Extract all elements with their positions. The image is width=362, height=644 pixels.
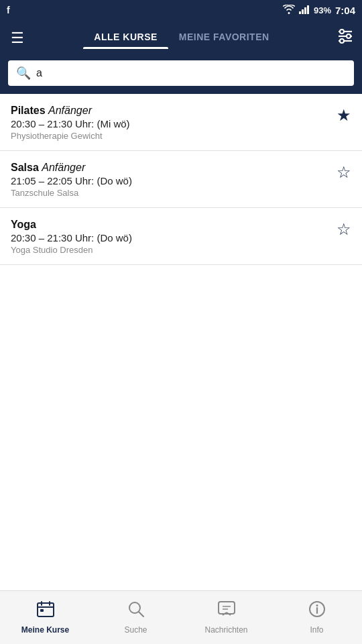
calendar-icon <box>36 600 55 623</box>
course-time-pilates: 20:30 – 21:30 Uhr: (Mi wö) <box>11 118 328 129</box>
wifi-icon <box>283 5 295 16</box>
favorite-btn-salsa[interactable]: ☆ <box>328 164 351 180</box>
course-info-yoga: Yoga 20:30 – 21:30 Uhr: (Do wö) Yoga Stu… <box>11 219 328 255</box>
status-bar: f 93% 7:04 <box>0 0 362 20</box>
course-location-pilates: Physiotherapie Gewicht <box>11 131 328 141</box>
tab-meine-favoriten[interactable]: MEINE FAVORITEN <box>168 28 280 49</box>
svg-point-7 <box>340 30 344 34</box>
course-title-pilates: Pilates Anfänger <box>11 105 328 117</box>
signal-icon <box>299 5 310 16</box>
svg-point-9 <box>340 39 344 43</box>
status-right: 93% 7:04 <box>283 5 355 16</box>
search-input[interactable] <box>36 67 346 79</box>
nav-item-nachrichten[interactable]: Nachrichten <box>181 591 272 644</box>
course-location-salsa: Tanzschule Salsa <box>11 188 328 198</box>
bottom-nav: Meine Kurse Suche Nachrichten <box>0 590 362 644</box>
header-tabs: ALLE KURSE MEINE FAVORITEN <box>27 28 337 49</box>
course-item-pilates[interactable]: Pilates Anfänger 20:30 – 21:30 Uhr: (Mi … <box>0 94 362 151</box>
course-item-yoga[interactable]: Yoga 20:30 – 21:30 Uhr: (Do wö) Yoga Stu… <box>0 208 362 265</box>
facebook-icon: f <box>7 5 10 15</box>
search-icon: 🔍 <box>16 66 31 80</box>
svg-rect-1 <box>302 9 304 14</box>
nav-label-suche: Suche <box>124 625 147 635</box>
battery-label: 93% <box>314 5 331 15</box>
search-nav-icon <box>127 600 145 623</box>
svg-rect-14 <box>40 609 44 612</box>
favorite-btn-pilates[interactable]: ★ <box>328 107 351 123</box>
svg-rect-10 <box>38 603 54 616</box>
nav-item-suche[interactable]: Suche <box>90 591 181 644</box>
time-label: 7:04 <box>335 5 355 16</box>
course-info-salsa: Salsa Anfänger 21:05 – 22:05 Uhr: (Do wö… <box>11 162 328 198</box>
svg-rect-0 <box>299 11 301 14</box>
svg-point-8 <box>347 34 351 38</box>
course-time-yoga: 20:30 – 21:30 Uhr: (Do wö) <box>11 232 328 244</box>
course-info-pilates: Pilates Anfänger 20:30 – 21:30 Uhr: (Mi … <box>11 105 328 141</box>
search-bar: 🔍 <box>8 60 354 86</box>
favorite-btn-yoga[interactable]: ☆ <box>328 221 351 237</box>
svg-point-24 <box>316 604 318 606</box>
app-header: ☰ ALLE KURSE MEINE FAVORITEN <box>0 20 362 55</box>
filter-icon[interactable] <box>337 29 354 48</box>
course-item-salsa[interactable]: Salsa Anfänger 21:05 – 22:05 Uhr: (Do wö… <box>0 151 362 208</box>
svg-line-16 <box>139 612 143 616</box>
nav-item-info[interactable]: Info <box>272 591 362 644</box>
course-title-salsa: Salsa Anfänger <box>11 162 328 174</box>
course-time-salsa: 21:05 – 22:05 Uhr: (Do wö) <box>11 175 328 186</box>
svg-rect-3 <box>307 5 309 14</box>
tab-alle-kurse[interactable]: ALLE KURSE <box>83 28 168 49</box>
course-title-yoga: Yoga <box>11 219 328 231</box>
nav-label-meine-kurse: Meine Kurse <box>21 625 69 635</box>
course-location-yoga: Yoga Studio Dresden <box>11 245 328 255</box>
course-list: Pilates Anfänger 20:30 – 21:30 Uhr: (Mi … <box>0 94 362 576</box>
hamburger-icon[interactable]: ☰ <box>8 27 27 50</box>
messages-icon <box>217 600 236 623</box>
search-bar-container: 🔍 <box>0 55 362 94</box>
svg-rect-2 <box>304 7 306 14</box>
nav-label-info: Info <box>310 625 323 635</box>
nav-label-nachrichten: Nachrichten <box>204 625 247 635</box>
svg-rect-17 <box>219 602 235 614</box>
status-left: f <box>7 5 10 15</box>
nav-item-meine-kurse[interactable]: Meine Kurse <box>0 591 90 644</box>
info-icon <box>308 600 326 623</box>
